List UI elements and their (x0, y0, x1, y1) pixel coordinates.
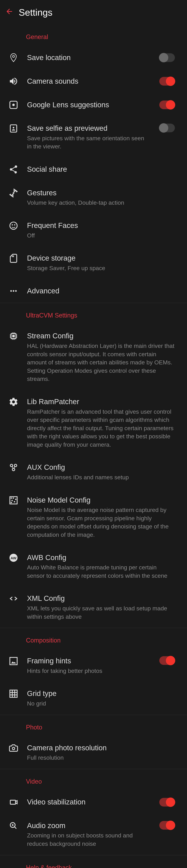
svg-rect-27 (10, 657, 17, 665)
row-audio-zoom[interactable]: Audio zoom Zooming in on subject boosts … (0, 814, 187, 855)
grid-type-title: Grid type (27, 689, 178, 699)
svg-rect-22 (11, 500, 13, 501)
aux-config-desc: Additional lenses IDs and names setup (27, 473, 178, 482)
frame-icon (9, 656, 18, 666)
row-social-share[interactable]: Social share (0, 158, 187, 181)
lib-rampatcher-desc: RamPatcher is an advanced tool that give… (27, 408, 178, 449)
photo-resolution-title: Camera photo resolution (27, 743, 178, 753)
gear-icon (9, 397, 18, 407)
row-save-selfie[interactable]: Save selfie as previewed Save pictures w… (0, 117, 187, 158)
xml-config-title: XML Config (27, 594, 178, 603)
frequent-faces-title: Frequent Faces (27, 221, 178, 230)
stream-config-title: Stream Config (27, 331, 178, 341)
location-icon (9, 53, 18, 62)
svg-point-1 (12, 104, 15, 106)
noise-icon (9, 495, 18, 505)
row-advanced[interactable]: Advanced (0, 279, 187, 303)
audio-zoom-icon (9, 821, 18, 831)
back-button[interactable] (5, 7, 13, 18)
save-location-title: Save location (27, 53, 151, 62)
row-photo-resolution[interactable]: Camera photo resolution Full resolution (0, 736, 187, 769)
svg-rect-9 (13, 255, 14, 257)
svg-point-10 (10, 290, 12, 292)
share-icon (9, 164, 18, 174)
row-video-stabilization[interactable]: Video stabilization (0, 790, 187, 814)
awb-config-title: AWB Config (27, 553, 178, 562)
save-selfie-toggle[interactable] (159, 124, 175, 132)
audio-zoom-toggle[interactable] (159, 821, 175, 830)
face-icon (9, 221, 18, 230)
camera-sounds-title: Camera sounds (27, 76, 151, 86)
social-share-title: Social share (27, 164, 178, 174)
svg-rect-20 (13, 497, 14, 499)
row-stream-config[interactable]: Stream Config HAL (Hardware Abstraction … (0, 324, 187, 390)
photo-resolution-desc: Full resolution (27, 753, 178, 762)
camera-sounds-toggle[interactable] (159, 77, 175, 86)
row-noise-model[interactable]: Noise Model Config Noise Model is the av… (0, 489, 187, 546)
section-general: General (0, 25, 187, 46)
row-device-storage[interactable]: Device storage Storage Saver, Free up sp… (0, 247, 187, 279)
row-google-lens[interactable]: Google Lens suggestions (0, 93, 187, 117)
framing-hints-toggle[interactable] (159, 656, 175, 665)
row-framing-hints[interactable]: Framing hints Hints for taking better ph… (0, 649, 187, 682)
lib-rampatcher-title: Lib RamPatcher (27, 397, 178, 407)
svg-rect-8 (12, 255, 13, 257)
svg-point-5 (10, 222, 17, 229)
page-title: Settings (19, 7, 52, 18)
device-storage-desc: Storage Saver, Free up space (27, 264, 178, 272)
noise-model-title: Noise Model Config (27, 495, 178, 505)
svg-point-12 (15, 290, 16, 292)
camera-icon (9, 743, 18, 753)
grid-type-desc: No grid (27, 700, 178, 708)
svg-rect-23 (14, 501, 15, 502)
row-awb-config[interactable]: AW AWB Config Auto White Balance is prem… (0, 546, 187, 587)
frequent-faces-desc: Off (27, 231, 178, 240)
svg-point-31 (12, 824, 13, 826)
svg-rect-24 (11, 502, 12, 503)
svg-point-3 (13, 127, 14, 128)
row-grid-type[interactable]: Grid type No grid (0, 682, 187, 715)
more-icon (9, 286, 18, 296)
svg-rect-14 (12, 335, 15, 337)
noise-model-desc: Noise Model is the average noise pattern… (27, 506, 178, 539)
framing-hints-title: Framing hints (27, 656, 151, 666)
advanced-title: Advanced (27, 286, 178, 296)
selfie-icon (9, 124, 18, 133)
section-ultracvm: UltraCVM Settings (0, 303, 187, 324)
row-gestures[interactable]: Gestures Volume key action, Double-tap a… (0, 181, 187, 214)
aux-icon (9, 463, 18, 472)
chip-icon (9, 331, 18, 341)
row-aux-config[interactable]: AUX Config Additional lenses IDs and nam… (0, 456, 187, 488)
section-composition: Composition (0, 628, 187, 649)
speaker-icon (9, 76, 18, 86)
save-selfie-title: Save selfie as previewed (27, 124, 151, 133)
video-stabilization-title: Video stabilization (27, 797, 151, 807)
stream-config-desc: HAL (Hardware Abstraction Layer) is the … (27, 342, 178, 383)
aux-config-title: AUX Config (27, 463, 178, 472)
row-save-location[interactable]: Save location (0, 46, 187, 69)
gestures-desc: Volume key action, Double-tap action (27, 198, 178, 207)
section-video: Video (0, 769, 187, 790)
awb-icon: AW (9, 553, 18, 563)
save-location-toggle[interactable] (159, 53, 175, 62)
video-stabilization-toggle[interactable] (159, 798, 175, 807)
row-frequent-faces[interactable]: Frequent Faces Off (0, 214, 187, 247)
storage-icon (9, 253, 18, 263)
svg-point-6 (12, 224, 13, 225)
svg-point-17 (12, 468, 15, 471)
xml-config-desc: XML lets you quickly save as well as loa… (27, 604, 178, 621)
row-camera-sounds[interactable]: Camera sounds (0, 69, 187, 93)
framing-hints-desc: Hints for taking better photos (27, 667, 151, 675)
svg-point-11 (13, 290, 14, 292)
device-storage-title: Device storage (27, 253, 178, 263)
google-lens-toggle[interactable] (159, 100, 175, 109)
gestures-title: Gestures (27, 188, 178, 198)
section-help: Help & feedback (0, 855, 187, 868)
row-lib-rampatcher[interactable]: Lib RamPatcher RamPatcher is an advanced… (0, 390, 187, 456)
section-photo: Photo (0, 715, 187, 736)
audio-zoom-title: Audio zoom (27, 821, 151, 831)
stabilization-icon (9, 797, 18, 807)
row-xml-config[interactable]: XML Config XML lets you quickly save as … (0, 587, 187, 628)
header: Settings (0, 0, 187, 25)
save-selfie-desc: Save pictures with the same orientation … (27, 134, 151, 151)
